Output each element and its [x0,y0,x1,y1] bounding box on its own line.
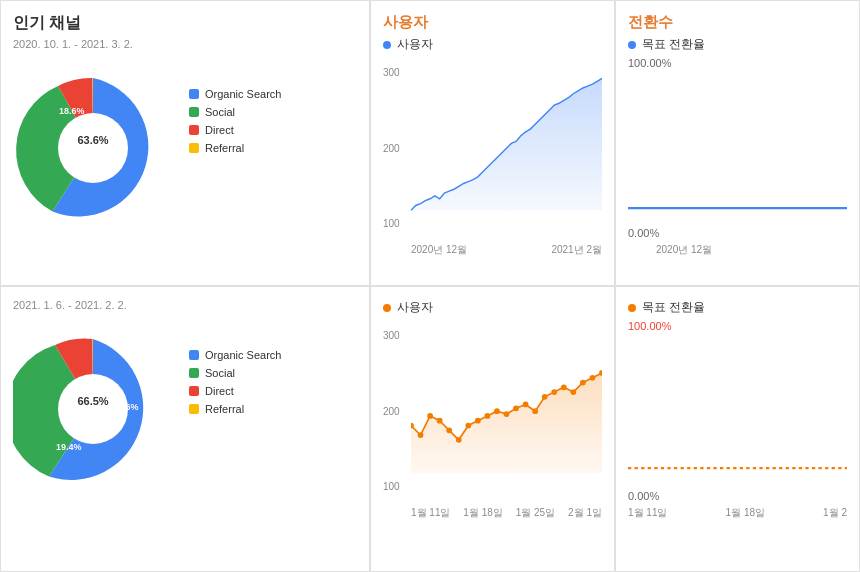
legend-item: Organic Search [189,88,281,100]
bottom-middle-legend: 사용자 [383,299,602,316]
top-middle-chart: 300 200 100 2020년 12월 2021년 2월 [383,57,602,257]
legend-label-referral: Referral [205,142,244,154]
bottom-right-x-axis: 1월 11일 1월 18일 1월 2 [628,506,847,520]
bottom-right-legend-label: 목표 전환율 [642,299,705,316]
svg-point-17 [523,402,529,408]
bottom-middle-chart: 300 200 100 [383,320,602,520]
top-middle-legend-label: 사용자 [397,36,433,53]
top-right-title: 전환수 [628,13,847,32]
svg-text:66.5%: 66.5% [77,395,108,407]
legend-dot-referral [189,143,199,153]
top-right-top-value: 100.00% [628,57,847,69]
b-legend-dot-organic [189,350,199,360]
y-label-200: 200 [383,143,400,154]
bottom-middle-svg [411,330,602,483]
top-middle-x-axis: 2020년 12월 2021년 2월 [411,243,602,257]
svg-point-9 [446,427,452,433]
b-legend-dot-referral [189,404,199,414]
legend-dot-social [189,107,199,117]
top-right-legend: 목표 전환율 [628,36,847,53]
pie-legend-row: 63.6% Organic Search Social Direct [13,68,357,228]
svg-point-15 [504,411,510,417]
bottom-pie-legend-row: 66.5% Organic Search Social Direct [13,329,357,489]
bottom-right-top-value: 100.00% [628,320,847,332]
bottom-right-legend: 목표 전환율 [628,299,847,316]
svg-point-7 [427,413,433,419]
legend-dot-organic [189,89,199,99]
bottom-middle-cell: 사용자 300 200 100 [370,286,615,572]
y-label-100: 100 [383,218,400,229]
legend-item: Direct [189,124,281,136]
svg-point-22 [570,389,576,395]
x-label-tr-dec: 2020년 12월 [656,243,712,257]
b-legend-label-referral: Referral [205,403,244,415]
x-label-feb: 2021년 2월 [551,243,602,257]
svg-point-21 [561,384,567,390]
svg-point-24 [590,375,596,381]
bottom-right-chart [628,336,847,486]
svg-point-20 [551,389,557,395]
top-middle-y-axis: 300 200 100 [383,67,400,229]
legend-label-organic: Organic Search [205,88,281,100]
svg-point-13 [485,413,491,419]
top-middle-legend-dot [383,41,391,49]
y-label-300: 300 [383,67,400,78]
top-left-cell: 인기 채널 2020. 10. 1. - 2021. 3. 2. 63.6% [0,0,370,286]
svg-point-11 [465,423,471,429]
legend-item-b: Organic Search [189,349,281,361]
svg-point-12 [475,418,481,424]
pie-legend-top: Organic Search Social Direct Referral [189,88,281,154]
legend-item-b: Social [189,367,281,379]
legend-item: Referral [189,142,281,154]
top-right-legend-label: 목표 전환율 [642,36,705,53]
bottom-middle-legend-label: 사용자 [397,299,433,316]
b-legend-label-organic: Organic Search [205,349,281,361]
top-middle-title: 사용자 [383,13,602,32]
legend-item: Social [189,106,281,118]
x-label-br-jan11: 1월 11일 [628,506,667,520]
top-right-x-axis: 2020년 12월 2 [656,243,860,257]
b-legend-label-social: Social [205,367,235,379]
bottom-right-bottom-value: 0.00% [628,490,847,502]
legend-item-b: Direct [189,385,281,397]
b-legend-dot-social [189,368,199,378]
top-right-bottom-value: 0.00% [628,227,847,239]
bottom-middle-y-axis: 300 200 100 [383,330,400,492]
top-middle-svg [411,67,602,220]
top-right-cell: 전환수 목표 전환율 100.00% 0.00% 2020년 12월 2 [615,0,860,286]
pie-label-18: 18.6% [59,106,85,116]
top-left-title: 인기 채널 [13,13,357,34]
svg-text:63.6%: 63.6% [77,134,108,146]
svg-point-0 [58,113,128,183]
top-right-legend-dot [628,41,636,49]
legend-label-social: Social [205,106,235,118]
bottom-left-date: 2021. 1. 6. - 2021. 2. 2. [13,299,357,311]
svg-point-10 [456,437,462,443]
bottom-right-legend-dot [628,304,636,312]
x-label-feb1: 2월 1일 [568,506,602,520]
pie-chart-bottom: 66.5% [13,329,173,489]
top-left-date: 2020. 10. 1. - 2021. 3. 2. [13,38,357,50]
top-middle-legend: 사용자 [383,36,602,53]
x-label-br-jan18: 1월 18일 [726,506,765,520]
svg-point-14 [494,408,500,414]
bottom-middle-legend-dot [383,304,391,312]
y-label-b-300: 300 [383,330,400,341]
pie-legend-bottom: Organic Search Social Direct Referral [189,349,281,415]
svg-point-16 [513,405,519,411]
svg-point-19 [542,394,548,400]
legend-label-direct: Direct [205,124,234,136]
b-legend-label-direct: Direct [205,385,234,397]
svg-point-23 [580,380,586,386]
y-label-b-100: 100 [383,481,400,492]
bottom-right-svg [628,336,847,486]
y-label-b-200: 200 [383,406,400,417]
bottom-middle-x-axis: 1월 11일 1월 18일 1월 25일 2월 1일 [411,506,602,520]
svg-point-8 [437,418,443,424]
svg-point-18 [532,408,538,414]
top-middle-cell: 사용자 사용자 300 200 100 [370,0,615,286]
b-pie-label-19: 19.4% [56,442,82,452]
x-label-br-jan2: 1월 2 [823,506,847,520]
b-pie-label-11: 11.6% [113,402,139,412]
pie-chart-top: 63.6% [13,68,173,228]
